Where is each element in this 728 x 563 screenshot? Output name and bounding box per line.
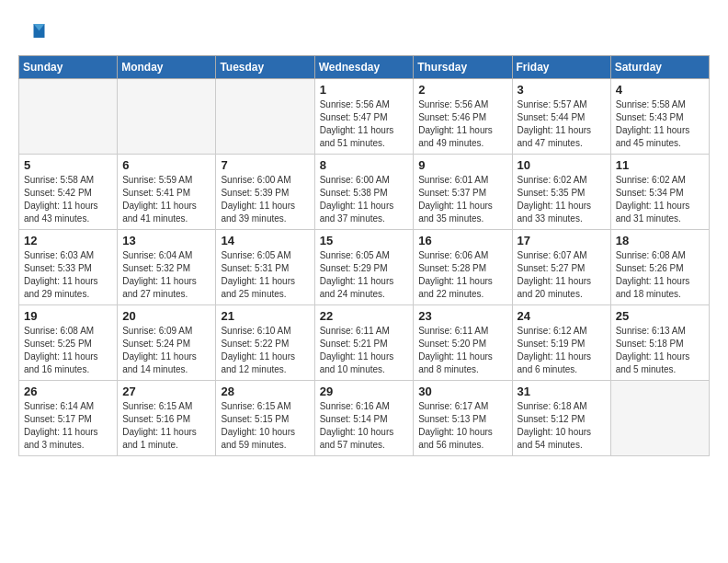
day-number: 5 bbox=[24, 158, 112, 172]
day-number: 22 bbox=[320, 309, 409, 323]
day-number: 10 bbox=[518, 158, 606, 172]
calendar-cell: 1Sunrise: 5:56 AM Sunset: 5:47 PM Daylig… bbox=[314, 79, 414, 155]
calendar-cell bbox=[118, 79, 216, 155]
day-info: Sunrise: 5:58 AM Sunset: 5:43 PM Dayligh… bbox=[616, 98, 704, 150]
day-info: Sunrise: 6:11 AM Sunset: 5:20 PM Dayligh… bbox=[418, 325, 506, 376]
day-number: 4 bbox=[616, 83, 704, 97]
day-number: 31 bbox=[518, 385, 606, 398]
day-info: Sunrise: 6:01 AM Sunset: 5:37 PM Dayligh… bbox=[418, 174, 506, 225]
day-number: 30 bbox=[418, 385, 506, 398]
calendar-cell: 3Sunrise: 5:57 AM Sunset: 5:44 PM Daylig… bbox=[512, 79, 610, 155]
day-info: Sunrise: 6:16 AM Sunset: 5:14 PM Dayligh… bbox=[320, 400, 409, 452]
calendar-cell: 21Sunrise: 6:10 AM Sunset: 5:22 PM Dayli… bbox=[216, 305, 314, 381]
day-info: Sunrise: 5:57 AM Sunset: 5:44 PM Dayligh… bbox=[518, 98, 606, 150]
weekday-header-wednesday: Wednesday bbox=[314, 56, 414, 79]
calendar-cell: 27Sunrise: 6:15 AM Sunset: 5:16 PM Dayli… bbox=[118, 381, 216, 456]
day-number: 21 bbox=[221, 309, 309, 323]
day-number: 24 bbox=[518, 309, 606, 323]
calendar-cell: 28Sunrise: 6:15 AM Sunset: 5:15 PM Dayli… bbox=[216, 381, 314, 456]
day-number: 29 bbox=[320, 385, 409, 398]
day-number: 18 bbox=[616, 234, 704, 247]
calendar-cell: 23Sunrise: 6:11 AM Sunset: 5:20 PM Dayli… bbox=[414, 305, 512, 381]
day-number: 28 bbox=[221, 385, 309, 398]
day-info: Sunrise: 6:00 AM Sunset: 5:39 PM Dayligh… bbox=[221, 174, 309, 225]
calendar-week-row: 12Sunrise: 6:03 AM Sunset: 5:33 PM Dayli… bbox=[19, 230, 710, 305]
calendar-cell bbox=[610, 381, 709, 456]
calendar-cell: 11Sunrise: 6:02 AM Sunset: 5:34 PM Dayli… bbox=[610, 155, 709, 230]
day-info: Sunrise: 5:59 AM Sunset: 5:41 PM Dayligh… bbox=[122, 174, 210, 225]
calendar-week-row: 5Sunrise: 5:58 AM Sunset: 5:42 PM Daylig… bbox=[19, 155, 710, 230]
calendar-cell: 31Sunrise: 6:18 AM Sunset: 5:12 PM Dayli… bbox=[512, 381, 610, 456]
day-number: 2 bbox=[418, 83, 506, 97]
day-number: 1 bbox=[320, 83, 409, 97]
calendar-cell: 9Sunrise: 6:01 AM Sunset: 5:37 PM Daylig… bbox=[414, 155, 512, 230]
day-info: Sunrise: 6:09 AM Sunset: 5:24 PM Dayligh… bbox=[122, 325, 210, 376]
day-info: Sunrise: 6:08 AM Sunset: 5:25 PM Dayligh… bbox=[24, 325, 112, 376]
calendar-cell: 29Sunrise: 6:16 AM Sunset: 5:14 PM Dayli… bbox=[314, 381, 414, 456]
calendar-cell: 12Sunrise: 6:03 AM Sunset: 5:33 PM Dayli… bbox=[19, 230, 118, 305]
day-number: 9 bbox=[418, 158, 506, 172]
calendar-cell: 6Sunrise: 5:59 AM Sunset: 5:41 PM Daylig… bbox=[118, 155, 216, 230]
calendar-week-row: 19Sunrise: 6:08 AM Sunset: 5:25 PM Dayli… bbox=[19, 305, 710, 381]
day-info: Sunrise: 6:05 AM Sunset: 5:29 PM Dayligh… bbox=[320, 249, 409, 301]
day-info: Sunrise: 6:18 AM Sunset: 5:12 PM Dayligh… bbox=[518, 400, 606, 452]
day-info: Sunrise: 6:13 AM Sunset: 5:18 PM Dayligh… bbox=[616, 325, 704, 376]
day-info: Sunrise: 6:12 AM Sunset: 5:19 PM Dayligh… bbox=[518, 325, 606, 376]
day-number: 27 bbox=[122, 385, 210, 398]
day-number: 12 bbox=[24, 234, 112, 247]
calendar-cell: 2Sunrise: 5:56 AM Sunset: 5:46 PM Daylig… bbox=[414, 79, 512, 155]
calendar-cell: 8Sunrise: 6:00 AM Sunset: 5:38 PM Daylig… bbox=[314, 155, 414, 230]
day-number: 25 bbox=[616, 309, 704, 323]
day-number: 14 bbox=[221, 234, 309, 247]
calendar-cell bbox=[216, 79, 314, 155]
day-number: 8 bbox=[320, 158, 409, 172]
day-info: Sunrise: 6:02 AM Sunset: 5:35 PM Dayligh… bbox=[518, 174, 606, 225]
calendar-header-row: SundayMondayTuesdayWednesdayThursdayFrid… bbox=[19, 56, 710, 79]
calendar-cell: 22Sunrise: 6:11 AM Sunset: 5:21 PM Dayli… bbox=[314, 305, 414, 381]
day-info: Sunrise: 5:56 AM Sunset: 5:46 PM Dayligh… bbox=[418, 98, 506, 150]
day-number: 16 bbox=[418, 234, 506, 247]
day-info: Sunrise: 5:56 AM Sunset: 5:47 PM Dayligh… bbox=[320, 98, 409, 150]
logo bbox=[18, 18, 48, 46]
logo-icon bbox=[18, 18, 46, 46]
day-info: Sunrise: 6:08 AM Sunset: 5:26 PM Dayligh… bbox=[616, 249, 704, 301]
day-number: 3 bbox=[518, 83, 606, 97]
calendar-week-row: 1Sunrise: 5:56 AM Sunset: 5:47 PM Daylig… bbox=[19, 79, 710, 155]
calendar-cell bbox=[19, 79, 118, 155]
day-number: 23 bbox=[418, 309, 506, 323]
day-number: 11 bbox=[616, 158, 704, 172]
calendar-cell: 7Sunrise: 6:00 AM Sunset: 5:39 PM Daylig… bbox=[216, 155, 314, 230]
day-info: Sunrise: 6:05 AM Sunset: 5:31 PM Dayligh… bbox=[221, 249, 309, 301]
day-number: 26 bbox=[24, 385, 112, 398]
weekday-header-monday: Monday bbox=[118, 56, 216, 79]
day-info: Sunrise: 6:17 AM Sunset: 5:13 PM Dayligh… bbox=[418, 400, 506, 452]
day-info: Sunrise: 6:00 AM Sunset: 5:38 PM Dayligh… bbox=[320, 174, 409, 225]
calendar-cell: 18Sunrise: 6:08 AM Sunset: 5:26 PM Dayli… bbox=[610, 230, 709, 305]
day-info: Sunrise: 5:58 AM Sunset: 5:42 PM Dayligh… bbox=[24, 174, 112, 225]
calendar-cell: 16Sunrise: 6:06 AM Sunset: 5:28 PM Dayli… bbox=[414, 230, 512, 305]
day-info: Sunrise: 6:03 AM Sunset: 5:33 PM Dayligh… bbox=[24, 249, 112, 301]
day-info: Sunrise: 6:07 AM Sunset: 5:27 PM Dayligh… bbox=[518, 249, 606, 301]
calendar-cell: 13Sunrise: 6:04 AM Sunset: 5:32 PM Dayli… bbox=[118, 230, 216, 305]
calendar-cell: 26Sunrise: 6:14 AM Sunset: 5:17 PM Dayli… bbox=[19, 381, 118, 456]
day-info: Sunrise: 6:10 AM Sunset: 5:22 PM Dayligh… bbox=[221, 325, 309, 376]
weekday-header-sunday: Sunday bbox=[19, 56, 118, 79]
weekday-header-friday: Friday bbox=[512, 56, 610, 79]
calendar-cell: 4Sunrise: 5:58 AM Sunset: 5:43 PM Daylig… bbox=[610, 79, 709, 155]
weekday-header-tuesday: Tuesday bbox=[216, 56, 314, 79]
weekday-header-thursday: Thursday bbox=[414, 56, 512, 79]
calendar-cell: 5Sunrise: 5:58 AM Sunset: 5:42 PM Daylig… bbox=[19, 155, 118, 230]
day-number: 20 bbox=[122, 309, 210, 323]
calendar-cell: 19Sunrise: 6:08 AM Sunset: 5:25 PM Dayli… bbox=[19, 305, 118, 381]
day-info: Sunrise: 6:14 AM Sunset: 5:17 PM Dayligh… bbox=[24, 400, 112, 452]
day-info: Sunrise: 6:06 AM Sunset: 5:28 PM Dayligh… bbox=[418, 249, 506, 301]
day-info: Sunrise: 6:11 AM Sunset: 5:21 PM Dayligh… bbox=[320, 325, 409, 376]
calendar-cell: 15Sunrise: 6:05 AM Sunset: 5:29 PM Dayli… bbox=[314, 230, 414, 305]
day-info: Sunrise: 6:15 AM Sunset: 5:15 PM Dayligh… bbox=[221, 400, 309, 452]
day-number: 6 bbox=[122, 158, 210, 172]
page-header bbox=[18, 18, 710, 46]
calendar-cell: 20Sunrise: 6:09 AM Sunset: 5:24 PM Dayli… bbox=[118, 305, 216, 381]
calendar-week-row: 26Sunrise: 6:14 AM Sunset: 5:17 PM Dayli… bbox=[19, 381, 710, 456]
day-number: 13 bbox=[122, 234, 210, 247]
day-number: 17 bbox=[518, 234, 606, 247]
